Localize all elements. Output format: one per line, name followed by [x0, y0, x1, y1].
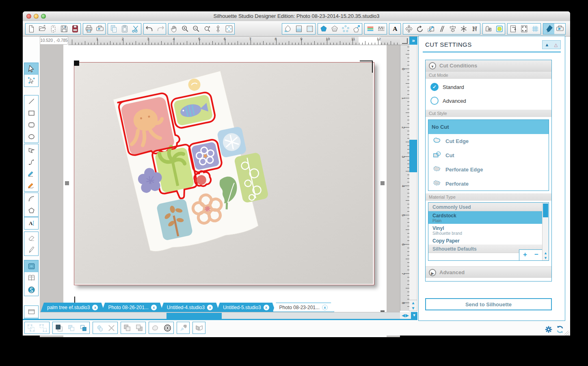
send-to-cutter-small-icon[interactable]: [94, 24, 105, 34]
send-backward-icon[interactable]: [133, 322, 145, 334]
vertical-scrollbar-thumb[interactable]: [409, 140, 417, 172]
horizontal-scrollbar[interactable]: [40, 312, 400, 319]
vertical-scrollbar[interactable]: [409, 37, 417, 311]
cut-mode-advanced-option[interactable]: Advanced: [430, 97, 466, 105]
minimize-window-button[interactable]: [34, 14, 39, 19]
pan-hand-icon[interactable]: [169, 24, 179, 34]
document-tab-5[interactable]: Photo 08-23-201...x: [273, 303, 334, 312]
cut-style-option-perforate-edge[interactable]: Perforate Edge: [428, 162, 549, 177]
horizontal-scrollbar-thumb[interactable]: [166, 313, 222, 319]
close-tab-icon[interactable]: x: [207, 305, 213, 310]
replicate-objects-icon[interactable]: [458, 24, 469, 34]
zoom-drag-icon[interactable]: [212, 24, 223, 34]
document-properties-icon[interactable]: [48, 24, 58, 34]
point-editing-icon[interactable]: [24, 75, 38, 87]
weld-objects-icon[interactable]: [93, 322, 105, 334]
material-scrollbar[interactable]: ▲▼: [542, 203, 549, 260]
registration-marks-icon[interactable]: [519, 24, 530, 34]
silhouette-store-icon[interactable]: [24, 284, 38, 296]
group-objects-icon[interactable]: [25, 322, 37, 334]
library-book-icon[interactable]: [24, 272, 38, 284]
ellipse-tool-icon[interactable]: [24, 131, 38, 143]
zoom-in-icon[interactable]: [179, 24, 190, 34]
knife-tool-icon[interactable]: [24, 244, 38, 256]
new-document-icon[interactable]: [26, 24, 37, 34]
shear-objects-icon[interactable]: [436, 24, 447, 34]
draw-polygon-tool-icon[interactable]: [24, 144, 38, 156]
collapse-panel-up-icon[interactable]: ▲: [543, 41, 551, 49]
mirror-objects-icon[interactable]: [193, 322, 205, 334]
object-to-path-icon[interactable]: [161, 322, 173, 334]
selection-handle-bottom-right[interactable]: [380, 310, 385, 312]
window-resize-grip[interactable]: [564, 331, 569, 336]
library-view-icon[interactable]: [24, 260, 38, 272]
zoom-selection-icon[interactable]: [201, 24, 212, 34]
horizontal-scroll-arrows[interactable]: ◀▶: [400, 312, 411, 319]
line-color-icon[interactable]: [365, 24, 376, 34]
grid-settings-icon[interactable]: [530, 24, 540, 34]
line-style-icon[interactable]: [376, 24, 387, 34]
copy-icon[interactable]: [108, 24, 119, 34]
radio-checked-icon[interactable]: ✓: [430, 83, 439, 91]
open-document-icon[interactable]: [37, 24, 48, 34]
fill-color-icon[interactable]: [282, 24, 293, 34]
panel-expand-button[interactable]: »: [409, 37, 417, 45]
material-copy-paper[interactable]: Copy Paper: [428, 236, 542, 245]
undo-icon[interactable]: [144, 24, 155, 34]
print-icon[interactable]: [83, 24, 94, 34]
fit-to-page-icon[interactable]: [223, 24, 234, 34]
bring-forward-icon[interactable]: [121, 322, 133, 334]
selection-handle-right[interactable]: [380, 181, 385, 185]
release-compound-path-icon[interactable]: [65, 322, 77, 334]
delete-objects-icon[interactable]: [105, 322, 117, 334]
selection-handle-top-left[interactable]: [74, 61, 79, 66]
close-window-button[interactable]: [26, 14, 31, 19]
zoom-out-icon[interactable]: [190, 24, 201, 34]
rotate-objects-icon[interactable]: [414, 24, 425, 34]
cut-style-option-cut-edge[interactable]: Cut Edge: [428, 134, 549, 148]
send-to-silhouette-icon[interactable]: [554, 24, 565, 34]
page-style-icon[interactable]: [293, 24, 304, 34]
save-document-icon[interactable]: [58, 24, 69, 34]
make-compound-path-icon[interactable]: [53, 322, 65, 334]
page-setup-icon[interactable]: [508, 24, 519, 34]
close-tab-icon[interactable]: x: [151, 305, 157, 310]
smooth-freehand-tool-icon[interactable]: [24, 180, 38, 191]
select-arrow-icon[interactable]: [24, 63, 38, 75]
radio-unchecked-icon[interactable]: [430, 97, 439, 105]
curve-tool-icon[interactable]: [24, 156, 38, 168]
align-objects-icon[interactable]: [447, 24, 458, 34]
zoom-window-button[interactable]: [41, 14, 46, 19]
sync-icon[interactable]: [556, 325, 564, 336]
trace-window-icon[interactable]: [494, 24, 505, 34]
document-tab-2[interactable]: Photo 08-26-201...x: [102, 303, 163, 312]
modify-window-icon[interactable]: M: [483, 24, 494, 34]
cut-style-option-no-cut[interactable]: No Cut: [428, 120, 549, 134]
ungroup-objects-icon[interactable]: [37, 322, 49, 334]
advanced-section-header[interactable]: ▶ Advanced: [426, 266, 551, 278]
fill-pattern-icon[interactable]: [304, 24, 315, 34]
cut-mode-standard-option[interactable]: ✓ Standard: [430, 83, 464, 91]
polygon-gradient-icon[interactable]: [329, 24, 340, 34]
nest-objects-icon[interactable]: N: [469, 24, 480, 34]
material-cardstock[interactable]: CardstockPlain: [428, 211, 542, 224]
rounded-rectangle-tool-icon[interactable]: [24, 119, 38, 131]
document-tab-1[interactable]: palm tree ef.studio3x: [41, 303, 104, 312]
save-to-library-icon[interactable]: [69, 24, 80, 34]
cut-conditions-header[interactable]: ▼ Cut Conditions: [426, 60, 551, 71]
polygon-fill-icon[interactable]: [318, 24, 329, 34]
material-scrollbar-thumb[interactable]: [543, 204, 548, 217]
eraser-tool-icon[interactable]: [24, 232, 38, 244]
freehand-tool-icon[interactable]: [24, 168, 38, 180]
collapse-panel-alt-icon[interactable]: △: [551, 41, 560, 49]
polygon-shear-icon[interactable]: [351, 24, 362, 34]
line-tool-icon[interactable]: [24, 95, 38, 107]
scale-objects-icon[interactable]: [425, 24, 436, 34]
photo-image[interactable]: [74, 62, 374, 285]
add-material-button[interactable]: +: [519, 250, 531, 260]
cut-style-option-perforate[interactable]: Perforate: [428, 177, 549, 191]
scroll-corner-button[interactable]: ▼: [411, 312, 417, 319]
send-to-silhouette-button[interactable]: Send to Silhouette: [425, 298, 552, 310]
expand-section-icon[interactable]: ▶: [429, 269, 436, 276]
text-tool-icon[interactable]: A: [24, 217, 38, 229]
